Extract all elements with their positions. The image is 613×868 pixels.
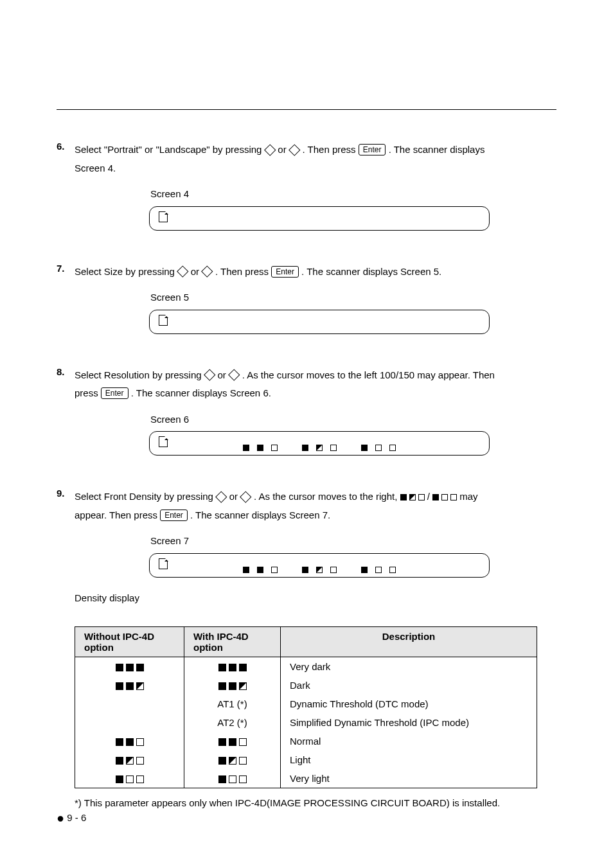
step-body: Select "Portrait" or "Landscape" by pres… xyxy=(75,141,556,231)
screen-4 xyxy=(149,206,490,231)
text: . The scanner displays Screen 7. xyxy=(190,509,330,520)
screen-label: Screen 6 xyxy=(150,411,556,429)
document-icon xyxy=(159,315,168,326)
screen-7 xyxy=(149,553,490,578)
text: press xyxy=(75,387,101,398)
text: Select Size by pressing xyxy=(75,266,177,277)
density-dark-icon xyxy=(218,682,247,690)
step-number: 7. xyxy=(57,263,75,334)
step-6: 6. Select "Portrait" or "Landscape" by p… xyxy=(57,141,556,231)
enter-key: Enter xyxy=(359,144,386,155)
step-number: 8. xyxy=(57,366,75,456)
desc: Dark xyxy=(281,676,537,695)
density-normal-icon xyxy=(218,738,247,746)
text: Select Resolution by pressing xyxy=(75,369,204,380)
text: . As the cursor moves to the left 100/15… xyxy=(242,369,495,380)
density-glyph-inline-2 xyxy=(432,494,457,500)
step-number: 6. xyxy=(57,141,75,231)
desc: Simplified Dynamic Threshold (IPC mode) xyxy=(281,713,537,732)
desc: Dynamic Threshold (DTC mode) xyxy=(281,695,537,713)
table-row: Normal xyxy=(75,732,537,750)
col-header-desc: Description xyxy=(281,627,537,657)
right-arrow-icon xyxy=(289,144,300,155)
right-arrow-icon xyxy=(228,369,240,380)
left-arrow-icon xyxy=(204,369,215,380)
left-arrow-icon xyxy=(264,144,276,155)
density-dark-icon xyxy=(116,682,144,690)
text: or xyxy=(229,491,241,502)
at2-label: AT2 (*) xyxy=(184,713,281,732)
screen-label: Screen 4 xyxy=(150,185,556,204)
left-arrow-icon xyxy=(216,491,227,502)
text: . The scanner displays Screen 6. xyxy=(131,387,271,398)
density-display-heading: Density display xyxy=(75,589,556,608)
step-7: 7. Select Size by pressing or . Then pre… xyxy=(57,263,556,334)
table-row: AT1 (*) Dynamic Threshold (DTC mode) xyxy=(75,695,537,713)
at1-label: AT1 (*) xyxy=(184,695,281,713)
density-very-dark-icon xyxy=(218,664,247,671)
screen-label: Screen 7 xyxy=(150,532,556,551)
screen-label: Screen 5 xyxy=(150,288,556,307)
step-number: 9. xyxy=(57,488,75,614)
density-very-light-icon xyxy=(218,775,247,783)
desc: Very dark xyxy=(281,657,537,677)
enter-key: Enter xyxy=(160,509,188,521)
enter-key: Enter xyxy=(101,387,129,399)
density-light-icon xyxy=(116,757,144,765)
enter-key: Enter xyxy=(271,266,299,278)
density-glyph-row xyxy=(150,445,489,451)
desc: Very light xyxy=(281,769,537,788)
text: or xyxy=(278,144,289,155)
text: Select Front Density by pressing xyxy=(75,491,216,502)
document-icon xyxy=(159,211,168,222)
table-row: Very dark xyxy=(75,657,537,677)
text: appear. Then press xyxy=(75,509,160,520)
table-row: Dark xyxy=(75,676,537,695)
text: . The scanner displays xyxy=(389,144,485,155)
left-arrow-icon xyxy=(177,265,188,277)
table-row: AT2 (*) Simplified Dynamic Threshold (IP… xyxy=(75,713,537,732)
text: Select "Portrait" or "Landscape" by pres… xyxy=(75,144,265,155)
footnote: *) This parameter appears only when IPC-… xyxy=(75,797,556,808)
right-arrow-icon xyxy=(240,491,252,502)
density-normal-icon xyxy=(116,738,144,746)
screen-6 xyxy=(149,431,490,456)
step-body: Select Resolution by pressing or . As th… xyxy=(75,366,556,456)
text: . Then press xyxy=(215,266,271,277)
bullet-icon: ● xyxy=(57,811,64,825)
table-row: Very light xyxy=(75,769,537,788)
text: . The scanner displays Screen 5. xyxy=(301,266,441,277)
page-number: 9 - 6 xyxy=(67,812,86,823)
density-glyph-inline-1 xyxy=(400,494,425,500)
col-header-without: Without IPC-4D option xyxy=(75,627,184,657)
density-light-icon xyxy=(218,757,247,765)
desc: Normal xyxy=(281,732,537,750)
step-8: 8. Select Resolution by pressing or . As… xyxy=(57,366,556,456)
text: may xyxy=(459,491,477,502)
table-row: Light xyxy=(75,750,537,769)
step-body: Select Front Density by pressing or . As… xyxy=(75,488,556,614)
col-header-with: With IPC-4D option xyxy=(184,627,281,657)
page-footer: ● 9 - 6 xyxy=(57,812,86,823)
right-arrow-icon xyxy=(202,265,213,277)
text: or xyxy=(217,369,229,380)
density-very-light-icon xyxy=(116,775,144,783)
density-very-dark-icon xyxy=(116,664,144,671)
text: or xyxy=(191,266,202,277)
horizontal-rule xyxy=(57,109,556,110)
step-9: 9. Select Front Density by pressing or .… xyxy=(57,488,556,614)
density-table: Without IPC-4D option With IPC-4D option… xyxy=(75,626,537,788)
text: . Then press xyxy=(302,144,358,155)
desc: Light xyxy=(281,750,537,769)
text: . As the cursor moves to the right, xyxy=(254,491,400,502)
step-body: Select Size by pressing or . Then press … xyxy=(75,263,556,334)
screen-5 xyxy=(149,310,490,334)
text: / xyxy=(427,491,432,502)
density-glyph-row xyxy=(150,567,489,573)
text: Screen 4. xyxy=(75,163,116,173)
